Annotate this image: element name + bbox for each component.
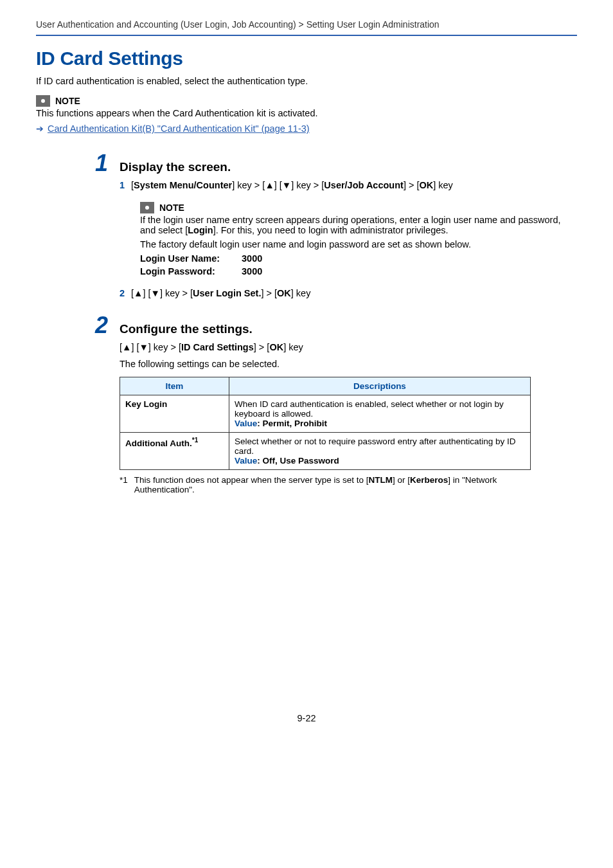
login-password-value: 3000 [242,266,262,276]
note-heading: NOTE [159,203,184,213]
substep-number: 2 [120,288,125,298]
intro-text: If ID card authentication is enabled, se… [36,76,577,86]
footnote-mark: *1 [120,475,128,494]
xref-link[interactable]: Card Authentication Kit(B) "Card Authent… [48,123,310,134]
step-title-1: Display the screen. [120,160,231,174]
login-password-label: Login Password: [140,266,230,276]
breadcrumb: User Authentication and Accounting (User… [36,19,577,30]
note-text: This functions appears when the Card Aut… [36,108,577,118]
desc-additional-auth: Select whether or not to require passwor… [229,433,531,470]
step-number-2: 2 [89,314,108,337]
th-item: Item [120,377,229,395]
step-title-2: Configure the settings. [120,322,253,336]
note-paragraph-1: If the login user name entry screen appe… [140,215,577,235]
note-paragraph-2: The factory default login user name and … [140,239,577,249]
step-number-1: 1 [89,152,108,175]
login-user-row: Login User Name: 3000 [140,253,577,264]
note-icon [36,95,50,107]
footnote: *1 This function does not appear when th… [120,475,531,494]
arrow-right-icon: ➔ [36,123,44,134]
step-2: 2 Configure the settings. [▲] [▼] key > … [120,314,577,494]
note-icon [140,202,154,213]
step2-line1: [▲] [▼] key > [ID Card Settings] > [OK] … [120,342,577,352]
th-descriptions: Descriptions [229,377,531,395]
item-additional-auth: Additional Auth.*1 [120,433,229,470]
divider [36,35,577,36]
login-user-label: Login User Name: [140,253,230,264]
substep-1-1: 1 [System Menu/Counter] key > [▲] [▼] ke… [120,180,577,190]
substep-text: [System Menu/Counter] key > [▲] [▼] key … [131,180,453,190]
table-row: Key Login When ID card authentication is… [120,395,531,433]
footnote-text: This function does not appear when the s… [134,475,531,494]
substep-1-2: 2 [▲] [▼] key > [User Login Set.] > [OK]… [120,288,577,298]
step2-line2: The following settings can be selected. [120,359,577,369]
step-1: 1 Display the screen. 1 [System Menu/Cou… [120,152,577,298]
table-header-row: Item Descriptions [120,377,531,395]
page-number: 9-22 [36,713,577,723]
note-heading: NOTE [55,96,80,106]
desc-key-login: When ID card authentication is enabled, … [229,395,531,433]
table-row: Additional Auth.*1 Select whether or not… [120,433,531,470]
page-title: ID Card Settings [36,48,577,69]
substep-number: 1 [120,180,125,190]
item-key-login: Key Login [120,395,229,433]
login-password-row: Login Password: 3000 [140,266,577,276]
login-user-value: 3000 [242,253,262,264]
substep-text: [▲] [▼] key > [User Login Set.] > [OK] k… [131,288,310,298]
settings-table: Item Descriptions Key Login When ID card… [120,377,531,470]
inner-note: NOTE If the login user name entry screen… [140,202,577,276]
